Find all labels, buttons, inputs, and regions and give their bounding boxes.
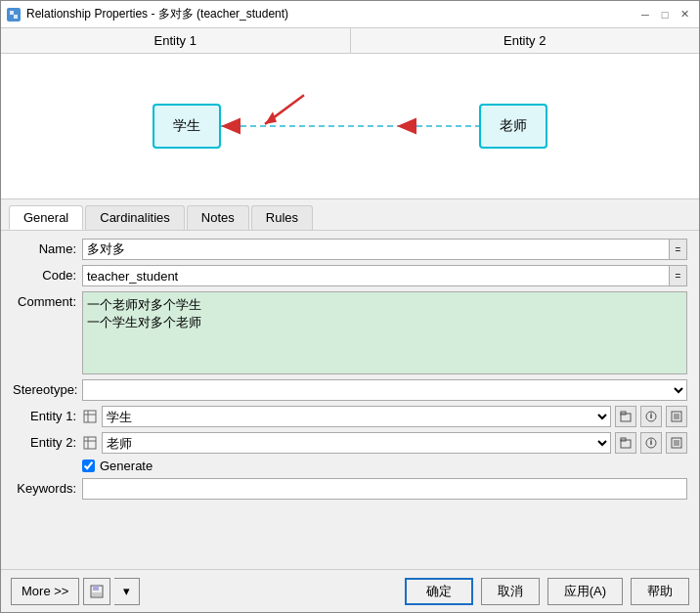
stereotype-label: Stereotype: <box>13 379 76 397</box>
title-bar-left: Relationship Properties - 多对多 (teacher_s… <box>7 6 288 22</box>
entity2-name: 老师 <box>500 117 527 135</box>
tab-notes[interactable]: Notes <box>187 205 249 230</box>
main-window: Relationship Properties - 多对多 (teacher_s… <box>0 0 700 613</box>
entity2-box: 老师 <box>479 104 547 149</box>
svg-point-26 <box>650 439 652 441</box>
entity2-row: Entity 2: 老师 <box>13 432 687 454</box>
code-input-group: = <box>82 265 687 286</box>
svg-marker-6 <box>265 111 277 124</box>
name-label: Name: <box>13 239 76 256</box>
maximize-button[interactable]: □ <box>656 6 674 23</box>
entity1-browse-btn[interactable] <box>615 406 636 427</box>
diagram-svg <box>1 54 699 198</box>
entity2-header: Entity 2 <box>351 28 700 53</box>
diagram-area: Entity 1 Entity 2 学生 老师 <box>1 28 699 199</box>
svg-rect-33 <box>92 592 102 596</box>
name-input[interactable] <box>82 239 670 260</box>
entity1-box: 学生 <box>153 104 221 149</box>
entity1-props-btn[interactable] <box>640 406 662 427</box>
apply-button[interactable]: 应用(A) <box>547 578 623 605</box>
diagram-canvas: 学生 老师 <box>1 54 699 198</box>
save-button[interactable] <box>83 578 110 605</box>
form-area: Name: = Code: = Comment: Stereotype: <box>1 231 699 569</box>
bottom-right: 确定 取消 应用(A) 帮助 <box>405 578 689 605</box>
entity2-select[interactable]: 老师 <box>102 432 611 454</box>
save-dropdown-btn[interactable]: ▾ <box>114 578 140 605</box>
app-icon <box>7 8 21 22</box>
svg-rect-1 <box>14 15 18 19</box>
entity2-control-group: 老师 <box>82 432 687 454</box>
generate-row: Generate <box>13 459 687 473</box>
entity1-select[interactable]: 学生 <box>102 406 611 427</box>
svg-rect-32 <box>93 586 99 591</box>
more-button[interactable]: More >> <box>11 578 79 605</box>
confirm-button[interactable]: 确定 <box>405 578 473 605</box>
svg-line-5 <box>265 95 304 124</box>
name-input-group: = <box>82 239 687 260</box>
entity1-name: 学生 <box>173 117 200 135</box>
code-input[interactable] <box>82 265 670 286</box>
code-row: Code: = <box>13 265 687 286</box>
entity1-form-label: Entity 1: <box>13 406 76 423</box>
comment-row: Comment: <box>13 291 687 374</box>
entity2-props-btn[interactable] <box>640 432 662 454</box>
svg-rect-19 <box>84 437 96 449</box>
entity1-header: Entity 1 <box>1 28 351 53</box>
bottom-left: More >> ▾ <box>11 578 140 605</box>
comment-input[interactable] <box>82 291 687 374</box>
entity2-table-icon <box>82 435 98 451</box>
code-label: Code: <box>13 265 76 283</box>
entity2-browse-btn[interactable] <box>615 432 636 454</box>
svg-rect-0 <box>10 11 14 15</box>
help-button[interactable]: 帮助 <box>631 578 689 605</box>
generate-checkbox[interactable] <box>82 460 95 472</box>
close-button[interactable]: ✕ <box>676 6 693 23</box>
tab-cardinalities[interactable]: Cardinalities <box>85 205 185 230</box>
entity2-form-label: Entity 2: <box>13 432 76 450</box>
stereotype-select[interactable] <box>82 379 687 401</box>
tabs-section: General Cardinalities Notes Rules <box>1 199 699 231</box>
entity1-row: Entity 1: 学生 <box>13 406 687 427</box>
keywords-row: Keywords: <box>13 478 687 500</box>
cancel-button[interactable]: 取消 <box>481 578 540 605</box>
minimize-button[interactable]: ─ <box>636 6 654 23</box>
name-row: Name: = <box>13 239 687 260</box>
code-btn[interactable]: = <box>670 265 687 286</box>
tab-general[interactable]: General <box>9 205 83 230</box>
entity1-table-icon <box>82 409 98 424</box>
entity1-control-group: 学生 <box>82 406 687 427</box>
entity-headers: Entity 1 Entity 2 <box>1 28 699 54</box>
stereotype-row: Stereotype: <box>13 379 687 401</box>
svg-marker-3 <box>221 118 241 135</box>
keywords-label: Keywords: <box>13 478 76 496</box>
svg-point-14 <box>650 413 652 415</box>
entity1-extra-btn[interactable] <box>666 406 687 427</box>
bottom-bar: More >> ▾ 确定 取消 应用(A) 帮助 <box>1 569 699 612</box>
window-title: Relationship Properties - 多对多 (teacher_s… <box>26 6 288 22</box>
keywords-input[interactable] <box>82 478 687 500</box>
tab-rules[interactable]: Rules <box>251 205 313 230</box>
generate-label: Generate <box>100 459 153 473</box>
entity2-extra-btn[interactable] <box>666 432 687 454</box>
comment-label: Comment: <box>13 291 76 309</box>
svg-rect-7 <box>84 411 96 422</box>
svg-marker-4 <box>397 118 416 135</box>
name-btn[interactable]: = <box>670 239 687 260</box>
title-bar: Relationship Properties - 多对多 (teacher_s… <box>1 1 699 28</box>
window-controls: ─ □ ✕ <box>636 6 693 23</box>
